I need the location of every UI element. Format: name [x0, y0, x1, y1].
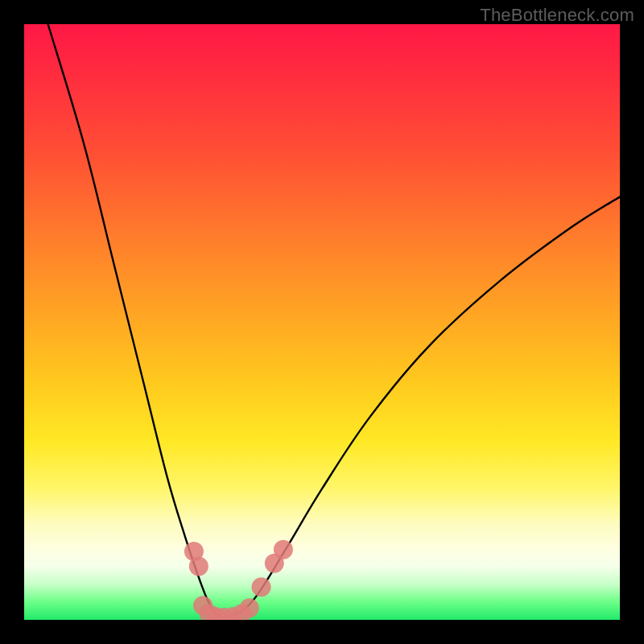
curve-left-branch — [48, 24, 224, 617]
plot-area — [24, 24, 620, 620]
watermark-text: TheBottleneck.com — [480, 5, 634, 26]
marker-dot — [189, 556, 208, 576]
marker-dot — [274, 540, 293, 559]
curves-svg — [24, 24, 620, 620]
chart-frame: TheBottleneck.com — [0, 0, 644, 644]
marker-dot — [252, 577, 271, 597]
marker-dot — [240, 598, 259, 617]
curve-group — [48, 24, 620, 617]
